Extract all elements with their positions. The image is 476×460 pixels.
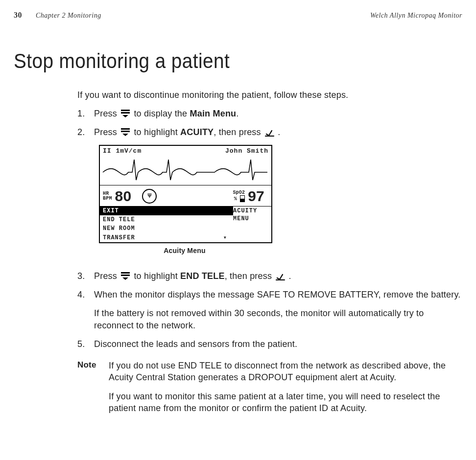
menu-title: ACUITYMENU [233,207,271,242]
step-list-cont2: 5. Disconnect the leads and sensors from… [77,338,464,350]
note-label: Note [77,360,109,421]
step-number: 1. [77,108,94,119]
step-text: to highlight [134,127,180,137]
note-paragraph: If you do not use END TELE to disconnect… [109,360,464,384]
page-title: Stop monitoring a patient [14,47,427,75]
menu-item-new-room: NEW ROOM [100,224,233,233]
note-paragraph: If you want to monitor this same patient… [109,391,464,414]
step-list-cont: 3. Press to highlight END TELE, then pre… [77,270,464,301]
step-1: 1. Press to display the Main Menu. [77,108,464,119]
step-text: . [289,271,291,281]
check-icon [265,128,274,135]
antenna-icon: Ψ [142,189,157,204]
step-4-sub: If the battery is not removed within 30 … [94,307,464,331]
check-icon [276,272,285,279]
step-text: . [278,127,280,137]
menu-icon [121,272,130,279]
ecg-waveform [100,156,271,185]
step-number: 5. [77,338,94,350]
step-text: Disconnect the leads and sensors from th… [94,338,464,350]
page: 30 Chapter 2 Monitoring Welch Allyn Micr… [0,0,476,440]
spo2-bar-icon [240,195,245,202]
step-text: , then press [214,127,263,137]
monitor-screenshot: II 1mV/cm John Smith HRBPM 80 Ψ [99,145,270,243]
step-5: 5. Disconnect the leads and sensors from… [77,338,464,350]
lcd-menu: EXIT END TELE NEW ROOM TRANSFER ▾ ACUITY… [100,207,271,242]
step-list: 1. Press to display the Main Menu. 2. Pr… [77,108,464,138]
step-bold: ACUITY [180,127,214,137]
step-text: to highlight [134,271,180,281]
step-number: 3. [77,270,94,282]
lcd-screen: II 1mV/cm John Smith HRBPM 80 Ψ [99,145,272,243]
vitals-row: HRBPM 80 Ψ SpO2% 97 [100,185,271,207]
step-4: 4. When the monitor displays the message… [77,289,464,300]
page-number: 30 [14,10,22,21]
menu-icon [121,128,130,135]
step-2: 2. Press to highlight ACUITY, then press… [77,126,464,138]
step-3: 3. Press to highlight END TELE, then pre… [77,270,464,282]
chapter-title: Chapter 2 Monitoring [36,11,370,21]
product-name: Welch Allyn Micropaq Monitor [370,11,462,21]
step-text: Press [94,271,119,281]
menu-item-end-tele: END TELE [100,215,233,224]
running-header: 30 Chapter 2 Monitoring Welch Allyn Micr… [14,10,462,21]
spo2-value: 97 [248,186,264,207]
lead-label: II 1mV/cm [103,147,142,156]
menu-item-exit: EXIT [100,207,233,215]
step-text: . [236,109,238,118]
step-text: Press [94,127,119,137]
spo2-label: SpO2% [233,190,245,202]
step-text: to display the [134,109,190,118]
menu-icon [121,110,130,116]
screenshot-caption: Acuity Menu [99,246,270,255]
menu-item-transfer: TRANSFER ▾ [100,233,233,242]
step-text: , then press [225,271,275,281]
step-text: When the monitor displays the message SA… [94,289,464,300]
down-arrow-icon: ▾ [223,234,227,242]
patient-name: John Smith [225,147,268,156]
step-bold: END TELE [180,271,225,281]
body-content: If you want to discontinue monitoring th… [77,89,464,421]
lcd-header: II 1mV/cm John Smith [100,146,271,156]
step-bold: Main Menu [190,109,237,118]
hr-label: HRBPM [103,191,112,201]
step-number: 4. [77,289,94,300]
step-text: Press [94,109,119,118]
hr-value: 80 [115,186,132,207]
intro-text: If you want to discontinue monitoring th… [77,89,464,101]
note-block: Note If you do not use END TELE to disco… [77,360,464,421]
step-number: 2. [77,126,94,138]
